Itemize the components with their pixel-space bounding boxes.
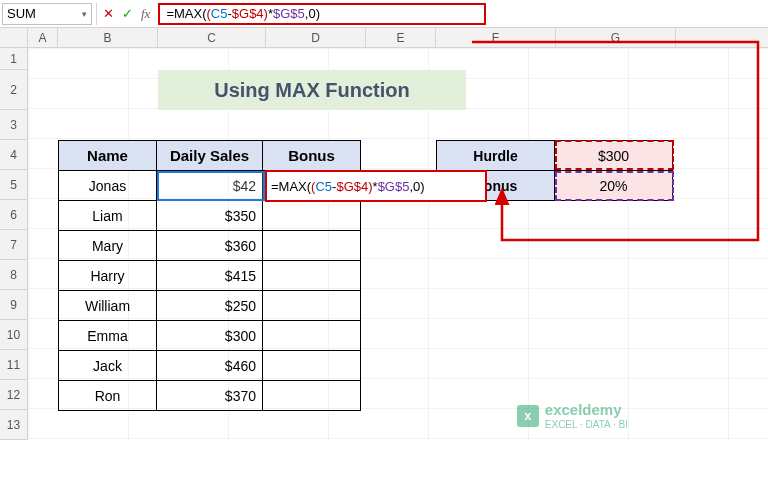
header-bonus[interactable]: Bonus	[263, 141, 361, 171]
row-header-5[interactable]: 5	[0, 170, 28, 200]
inline-formula-editor[interactable]: =MAX((C5-$G$4)*$G$5,0)	[265, 170, 487, 202]
formula-bar-icons: ✕ ✓ fx	[96, 3, 156, 25]
formula-text: =MAX((C5-$G$4)*$G$5,0)	[271, 179, 425, 194]
cancel-icon[interactable]: ✕	[103, 6, 114, 21]
row-header-1[interactable]: 1	[0, 48, 28, 70]
cell-bonus[interactable]	[263, 291, 361, 321]
col-header-E[interactable]: E	[366, 28, 436, 47]
row-header-11[interactable]: 11	[0, 350, 28, 380]
cell-name[interactable]: Ron	[59, 381, 157, 411]
cell-name[interactable]: Harry	[59, 261, 157, 291]
cells-area[interactable]: Using MAX Function Name Daily Sales Bonu…	[28, 48, 768, 440]
col-header-B[interactable]: B	[58, 28, 158, 47]
row-header-12[interactable]: 12	[0, 380, 28, 410]
formula-bar: SUM ▾ ✕ ✓ fx =MAX((C5-$G$4)*$G$5,0)	[0, 0, 768, 28]
row-header-6[interactable]: 6	[0, 200, 28, 230]
table-row: Liam$350	[59, 201, 361, 231]
table-row: Mary$360	[59, 231, 361, 261]
table-row: William$250	[59, 291, 361, 321]
header-name[interactable]: Name	[59, 141, 157, 171]
row-header-2[interactable]: 2	[0, 70, 28, 110]
cell-bonus[interactable]	[263, 261, 361, 291]
name-box-value: SUM	[7, 6, 36, 21]
row-header-13[interactable]: 13	[0, 410, 28, 440]
table-row: Jack$460	[59, 351, 361, 381]
cell-sales[interactable]: $460	[157, 351, 263, 381]
row-header-4[interactable]: 4	[0, 140, 28, 170]
row-header-10[interactable]: 10	[0, 320, 28, 350]
cell-sales[interactable]: $350	[157, 201, 263, 231]
cell-sales[interactable]: $250	[157, 291, 263, 321]
watermark-icon: x	[517, 405, 539, 427]
name-box[interactable]: SUM ▾	[2, 3, 92, 25]
row-header-3[interactable]: 3	[0, 110, 28, 140]
column-headers: A B C D E F G	[0, 28, 768, 48]
cell-sales[interactable]: $360	[157, 231, 263, 261]
page-title: Using MAX Function	[158, 70, 466, 110]
cell-bonus[interactable]	[263, 381, 361, 411]
table-row: Emma$300	[59, 321, 361, 351]
row-headers: 1 2 3 4 5 6 7 8 9 10 11 12 13	[0, 48, 28, 440]
confirm-icon[interactable]: ✓	[122, 6, 133, 21]
col-header-A[interactable]: A	[28, 28, 58, 47]
table-row: Harry$415	[59, 261, 361, 291]
table-row: Ron$370	[59, 381, 361, 411]
chevron-down-icon[interactable]: ▾	[82, 9, 87, 19]
cell-bonus[interactable]	[263, 201, 361, 231]
row-header-9[interactable]: 9	[0, 290, 28, 320]
watermark-brand: exceldemy	[545, 402, 628, 419]
spreadsheet-grid: A B C D E F G 1 2 3 4 5 6 7 8 9 10 11 12…	[0, 28, 768, 440]
cell-name[interactable]: Mary	[59, 231, 157, 261]
cell-sales[interactable]: $415	[157, 261, 263, 291]
formula-input[interactable]: =MAX((C5-$G$4)*$G$5,0)	[158, 3, 486, 25]
cell-sales[interactable]: $370	[157, 381, 263, 411]
cell-name[interactable]: Jack	[59, 351, 157, 381]
cell-bonus[interactable]	[263, 351, 361, 381]
bonus-value[interactable]: 20%	[555, 171, 673, 201]
cell-sales[interactable]: $300	[157, 321, 263, 351]
cell-name[interactable]: William	[59, 291, 157, 321]
watermark: x exceldemy EXCEL · DATA · BI	[517, 402, 628, 430]
col-header-F[interactable]: F	[436, 28, 556, 47]
header-sales[interactable]: Daily Sales	[157, 141, 263, 171]
cell-name[interactable]: Jonas	[59, 171, 157, 201]
hurdle-value[interactable]: $300	[555, 141, 673, 171]
formula-text: =MAX((C5-$G$4)*$G$5,0)	[166, 6, 320, 21]
table-row: Hurdle $300	[437, 141, 673, 171]
table-header-row: Name Daily Sales Bonus	[59, 141, 361, 171]
col-header-D[interactable]: D	[266, 28, 366, 47]
watermark-tag: EXCEL · DATA · BI	[545, 419, 628, 430]
hurdle-label[interactable]: Hurdle	[437, 141, 555, 171]
row-header-7[interactable]: 7	[0, 230, 28, 260]
fx-icon[interactable]: fx	[141, 6, 150, 22]
cell-sales[interactable]: $42	[157, 171, 263, 201]
cell-bonus[interactable]	[263, 231, 361, 261]
cell-name[interactable]: Emma	[59, 321, 157, 351]
col-header-G[interactable]: G	[556, 28, 676, 47]
row-header-8[interactable]: 8	[0, 260, 28, 290]
col-header-C[interactable]: C	[158, 28, 266, 47]
cell-name[interactable]: Liam	[59, 201, 157, 231]
select-all-corner[interactable]	[0, 28, 28, 47]
cell-bonus[interactable]	[263, 321, 361, 351]
